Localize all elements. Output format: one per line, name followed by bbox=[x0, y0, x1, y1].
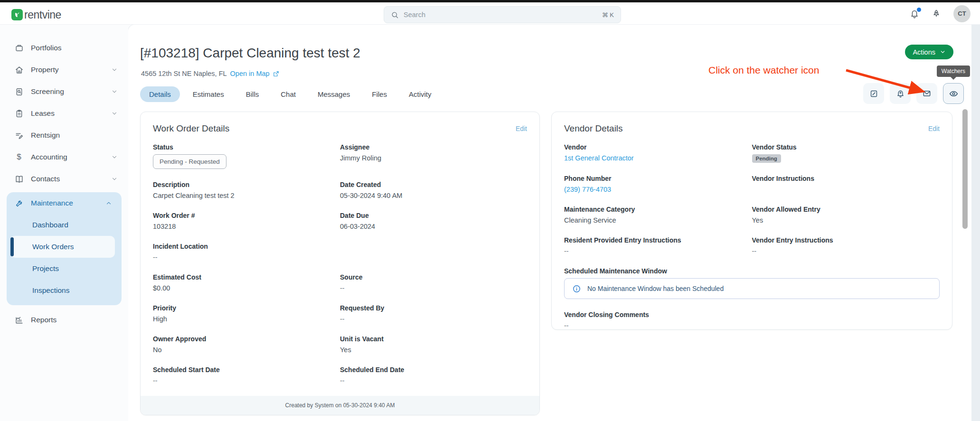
field-vendor: Vendor 1st General Contractor bbox=[564, 143, 752, 163]
open-in-map-label: Open in Map bbox=[230, 70, 270, 77]
vendor-details-card: Vendor Details Edit Vendor 1st General C… bbox=[551, 112, 952, 330]
annotation-text: Click on the watcher icon bbox=[708, 65, 819, 76]
screening-icon bbox=[14, 87, 24, 96]
tab-activity[interactable]: Activity bbox=[400, 86, 441, 102]
sidebar-item-label: Inspections bbox=[32, 286, 69, 295]
sidebar-item-label: Dashboard bbox=[32, 221, 68, 229]
note-button[interactable] bbox=[863, 83, 884, 104]
field-resident-entry-instructions: Resident Provided Entry Instructions -- bbox=[564, 236, 752, 255]
chevron-down-icon bbox=[111, 110, 118, 117]
field-description: Description Carpet Cleaning test test 2 bbox=[153, 181, 340, 200]
email-button[interactable] bbox=[916, 83, 937, 104]
notifications-bell-icon[interactable] bbox=[910, 9, 919, 19]
field-incident-location: Incident Location -- bbox=[153, 243, 340, 262]
info-icon bbox=[572, 284, 581, 293]
wrench-icon bbox=[14, 199, 24, 208]
field-estimated-cost: Estimated Cost $0.00 bbox=[153, 273, 340, 292]
status-badge: Pending - Requested bbox=[153, 154, 226, 169]
notification-dot bbox=[917, 8, 921, 12]
quick-action-buttons bbox=[863, 83, 964, 104]
sidebar-item-label: Portfolios bbox=[31, 44, 62, 52]
field-vendor-instructions: Vendor Instructions bbox=[752, 175, 940, 194]
sidebar-item-leases[interactable]: Leases bbox=[0, 103, 128, 124]
field-vendor-status: Vendor Status Pending bbox=[752, 143, 940, 163]
sidebar-item-label: Reports bbox=[31, 316, 57, 324]
topbar: rentvine ⌘ K CT bbox=[0, 0, 980, 25]
sidebar-item-property[interactable]: Property bbox=[0, 59, 128, 81]
eye-icon bbox=[949, 89, 959, 99]
tab-messages[interactable]: Messages bbox=[309, 86, 359, 102]
rentvine-leaf-icon bbox=[11, 9, 23, 20]
maintenance-window-alert: No Maintenance Window has been Scheduled bbox=[564, 278, 940, 299]
sidebar: Portfolios Property Screening Leases Ren… bbox=[0, 25, 128, 421]
card-title: Vendor Details bbox=[564, 123, 623, 134]
vertical-scrollbar[interactable] bbox=[962, 109, 968, 229]
subscribe-button[interactable] bbox=[890, 83, 911, 104]
tab-bar: Details Estimates Bills Chat Messages Fi… bbox=[140, 86, 440, 102]
book-icon bbox=[14, 175, 24, 184]
main-content: [#103218] Carpet Cleaning test test 2 45… bbox=[128, 25, 980, 421]
tab-files[interactable]: Files bbox=[363, 86, 396, 102]
rentvine-logo[interactable]: rentvine bbox=[11, 9, 61, 20]
search-input[interactable] bbox=[404, 11, 597, 19]
avatar[interactable]: CT bbox=[953, 5, 971, 22]
tab-details[interactable]: Details bbox=[140, 86, 180, 102]
search-icon bbox=[391, 11, 399, 19]
field-date-created: Date Created 05-30-2024 9:40 AM bbox=[340, 181, 527, 200]
window-gutter bbox=[971, 25, 980, 421]
actions-button[interactable]: Actions bbox=[905, 45, 953, 59]
phone-link[interactable]: (239) 776-4703 bbox=[564, 186, 611, 193]
sidebar-item-work-orders[interactable]: Work Orders bbox=[10, 236, 115, 258]
vendor-edit-link[interactable]: Edit bbox=[928, 125, 940, 132]
sidebar-item-inspections[interactable]: Inspections bbox=[10, 280, 115, 301]
field-phone-number: Phone Number (239) 776-4703 bbox=[564, 175, 752, 194]
watchers-button[interactable] bbox=[943, 83, 964, 104]
page-title: [#103218] Carpet Cleaning test test 2 bbox=[140, 46, 360, 61]
field-date-due: Date Due 06-03-2024 bbox=[340, 212, 527, 231]
chart-icon bbox=[14, 316, 24, 325]
clipboard-icon bbox=[14, 109, 24, 118]
sidebar-item-accounting[interactable]: $ Accounting bbox=[0, 146, 128, 168]
field-scheduled-maintenance-window: Scheduled Maintenance Window No Maintena… bbox=[564, 267, 940, 299]
field-vendor-closing-comments: Vendor Closing Comments -- bbox=[564, 311, 940, 330]
sidebar-item-rentsign[interactable]: Rentsign bbox=[0, 124, 128, 146]
tab-chat[interactable]: Chat bbox=[272, 86, 305, 102]
sidebar-item-maintenance[interactable]: Maintenance bbox=[7, 192, 122, 214]
work-order-details-card: Work Order Details Edit Status Pending -… bbox=[140, 112, 540, 415]
watchers-tooltip: Watchers bbox=[937, 65, 970, 77]
sidebar-item-screening[interactable]: Screening bbox=[0, 81, 128, 103]
field-vendor-allowed-entry: Vendor Allowed Entry Yes bbox=[752, 206, 940, 225]
sidebar-item-reports[interactable]: Reports bbox=[0, 309, 128, 331]
property-address: 4565 12th St NE Naples, FL bbox=[141, 70, 227, 77]
work-order-edit-link[interactable]: Edit bbox=[516, 125, 527, 132]
field-unit-is-vacant: Unit is Vacant Yes bbox=[340, 335, 527, 354]
field-scheduled-end-date: Scheduled End Date -- bbox=[340, 366, 527, 385]
sidebar-item-contacts[interactable]: Contacts bbox=[0, 168, 128, 190]
chevron-down-icon bbox=[111, 154, 118, 160]
logo-text: rentvine bbox=[24, 9, 61, 20]
tab-bills[interactable]: Bills bbox=[237, 86, 268, 102]
rocket-icon[interactable] bbox=[932, 9, 941, 19]
search-shortcut: ⌘ K bbox=[602, 11, 614, 19]
sidebar-item-portfolios[interactable]: Portfolios bbox=[0, 37, 128, 59]
envelope-icon bbox=[922, 89, 932, 98]
chevron-up-icon bbox=[105, 200, 112, 206]
portfolios-icon bbox=[14, 44, 24, 53]
sidebar-item-dashboard[interactable]: Dashboard bbox=[10, 214, 115, 236]
open-in-map-link[interactable]: Open in Map bbox=[230, 70, 280, 77]
sidebar-item-projects[interactable]: Projects bbox=[10, 258, 115, 280]
sidebar-item-label: Accounting bbox=[31, 153, 67, 161]
tab-estimates[interactable]: Estimates bbox=[184, 86, 233, 102]
property-address-row: 4565 12th St NE Naples, FL Open in Map bbox=[141, 70, 280, 77]
field-assignee: Assignee Jimmy Roling bbox=[340, 143, 527, 169]
external-link-icon bbox=[273, 70, 280, 77]
sidebar-item-label: Maintenance bbox=[31, 199, 73, 207]
field-source: Source -- bbox=[340, 273, 527, 292]
field-vendor-entry-instructions: Vendor Entry Instructions -- bbox=[752, 236, 940, 255]
chevron-down-icon bbox=[111, 66, 118, 73]
actions-label: Actions bbox=[913, 48, 935, 56]
field-owner-approved: Owner Approved No bbox=[153, 335, 340, 354]
created-by-footer: Created by System on 05-30-2024 9:40 AM bbox=[141, 396, 539, 415]
vendor-link[interactable]: 1st General Contractor bbox=[564, 154, 634, 162]
global-search: ⌘ K bbox=[384, 6, 621, 23]
